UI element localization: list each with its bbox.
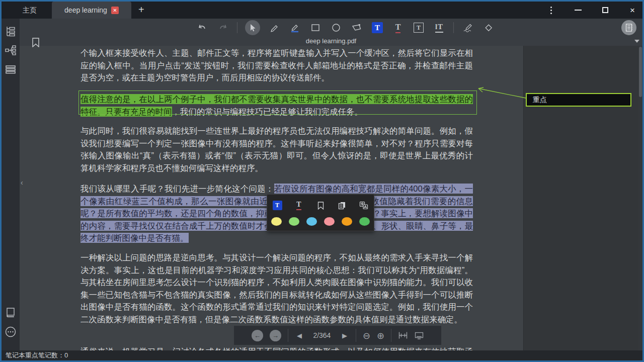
- zoom-out-button[interactable]: ⊖: [363, 330, 370, 341]
- kebab-menu-icon[interactable]: [544, 3, 558, 17]
- outline-icon[interactable]: [4, 25, 17, 38]
- minimize-button[interactable]: [571, 3, 585, 17]
- color-dot-pink[interactable]: [324, 217, 335, 226]
- tab-document-label: deep learning: [64, 6, 107, 14]
- redo-icon[interactable]: [216, 21, 229, 34]
- select-cursor-icon[interactable]: [245, 20, 260, 35]
- popup-text-underline-icon[interactable]: T: [293, 200, 305, 212]
- paragraph-clipped: 通俗来说，机器学习是一门讨论各式各样的适用于不同问题的函数形式，以及如何使用数据…: [80, 345, 473, 350]
- color-dot-orange[interactable]: [342, 217, 352, 226]
- rectangle-tool-icon[interactable]: [309, 21, 322, 34]
- document-header: deep learning.pdf: [20, 37, 642, 46]
- minimize-icon: [575, 10, 582, 11]
- eraser-icon[interactable]: [482, 21, 495, 34]
- note-card[interactable]: 重点: [526, 93, 631, 107]
- tab-bar: 主页 deep learning ✕ + ×: [2, 2, 642, 19]
- notes-margin-panel: [523, 46, 638, 350]
- next-page-button[interactable]: ▶: [340, 332, 349, 339]
- mindmap-icon[interactable]: [4, 44, 17, 57]
- vertical-scrollbar[interactable]: [638, 46, 642, 350]
- title-dropdown-icon[interactable]: [634, 40, 639, 43]
- color-dot-green[interactable]: [359, 217, 370, 226]
- history-forward-button[interactable]: →: [270, 330, 281, 341]
- prev-page-button[interactable]: ◀: [295, 332, 304, 339]
- selection-popup: T T: [267, 194, 374, 231]
- annotation-toolbar: T T T lT: [20, 19, 642, 37]
- maximize-button[interactable]: [598, 3, 612, 17]
- more-options-icon[interactable]: [4, 325, 17, 338]
- text-style-icon[interactable]: lT: [433, 21, 446, 34]
- popup-translate-icon[interactable]: [358, 200, 370, 212]
- highlighter-icon[interactable]: [288, 21, 301, 34]
- scrollbar-thumb[interactable]: [639, 47, 642, 97]
- text-underline-icon[interactable]: T: [391, 21, 405, 34]
- list-icon[interactable]: [4, 63, 17, 76]
- new-tab-button[interactable]: +: [135, 2, 147, 19]
- scribble-eraser-icon[interactable]: [461, 21, 474, 34]
- paragraph-annotated: 值得注意的是，在以上两个例子中，我们都不需要收集真实世界中的数据，也不需要系统地…: [80, 93, 473, 118]
- page-navigation-bar: ← → ◀ 2/364 ▶ ⊖ ⊕: [234, 326, 441, 345]
- tab-document[interactable]: deep learning ✕: [52, 2, 131, 19]
- polygon-tool-icon[interactable]: [350, 21, 363, 34]
- fit-width-button[interactable]: [398, 331, 408, 339]
- status-bar: 笔记本重点笔记数：0: [2, 350, 642, 360]
- popup-bookmark-icon[interactable]: [314, 200, 327, 212]
- popup-text-highlight-icon[interactable]: T: [271, 200, 283, 212]
- ellipse-tool-icon[interactable]: [330, 21, 343, 34]
- maximize-icon: [602, 7, 608, 13]
- page-indicator: 2/364: [310, 331, 334, 339]
- fit-page-button[interactable]: [415, 332, 424, 339]
- history-back-button[interactable]: ←: [252, 330, 263, 341]
- app-window: 主页 deep learning ✕ + ×: [0, 0, 644, 362]
- left-sidebar: [2, 19, 20, 350]
- document-title: deep learning.pdf: [20, 37, 642, 46]
- text-box-icon[interactable]: T: [412, 21, 425, 34]
- color-dot-yellow[interactable]: [271, 217, 282, 226]
- notebook-view-button[interactable]: [621, 20, 636, 35]
- undo-icon[interactable]: [196, 21, 209, 34]
- close-button[interactable]: ×: [625, 3, 639, 17]
- zoom-in-button[interactable]: ⊕: [377, 330, 384, 341]
- sidebar-collapse-handle[interactable]: ‹: [21, 178, 23, 187]
- bookmark-icon[interactable]: [32, 38, 40, 47]
- color-dot-blue[interactable]: [306, 217, 317, 226]
- paragraph: 一种解决以上问题的思路是逆向思考。与其设计一个解决问题的程序，不如从最终的需求入…: [80, 251, 473, 325]
- tab-close-icon[interactable]: ✕: [111, 7, 119, 14]
- page-canvas[interactable]: 个输入框来接受收件人、主题、邮件正文等，程序将监听键盘输入并写入一个缓冲区，然后…: [20, 46, 642, 350]
- pen-icon[interactable]: [268, 21, 281, 34]
- popup-copy-icon[interactable]: [336, 200, 348, 212]
- paragraph: 与此同时，我们很容易就能找到一些连世界上最好的程序员也无法仅用编程技巧解决的简单…: [80, 125, 473, 174]
- book-icon[interactable]: [4, 306, 17, 319]
- color-dot-light-green[interactable]: [289, 217, 299, 226]
- paragraph: 个输入框来接受收件人、主题、邮件正文等，程序将监听键盘输入并写入一个缓冲区，然后…: [80, 47, 473, 84]
- text-highlight-icon[interactable]: T: [371, 21, 384, 34]
- tab-home[interactable]: 主页: [16, 2, 44, 19]
- status-text: 笔记本重点笔记数：0: [6, 351, 68, 359]
